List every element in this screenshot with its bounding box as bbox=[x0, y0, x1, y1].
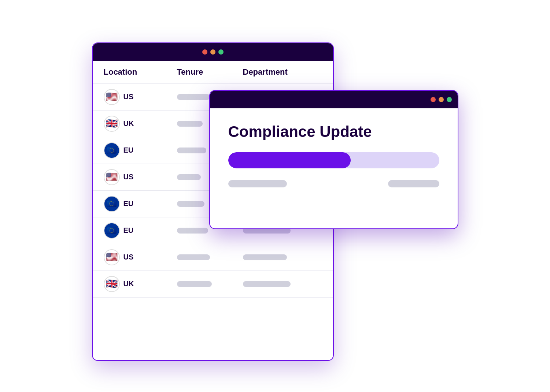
location-label: EU bbox=[123, 226, 134, 235]
location-label: US bbox=[123, 173, 134, 181]
flag-us-icon: 🇺🇸 bbox=[104, 169, 120, 185]
compliance-detail-pill-left bbox=[228, 180, 287, 187]
col-department: Department bbox=[243, 67, 324, 77]
location-cell: 🇺🇸 US bbox=[104, 249, 177, 265]
location-cell: 🇺🇸 US bbox=[104, 169, 177, 185]
front-window-titlebar bbox=[210, 91, 458, 108]
tenure-pill bbox=[177, 201, 204, 207]
compliance-body: Compliance Update bbox=[210, 108, 458, 202]
col-tenure: Tenure bbox=[177, 67, 243, 77]
dept-pill bbox=[243, 281, 291, 287]
location-label: UK bbox=[123, 119, 134, 128]
tenure-pill bbox=[177, 281, 212, 287]
tenure-pill bbox=[177, 228, 208, 234]
table-row: 🇺🇸 US bbox=[93, 244, 333, 271]
location-cell: 🇬🇧 UK bbox=[104, 276, 177, 292]
dot-green bbox=[447, 97, 452, 102]
location-cell: 🇪🇺 EU bbox=[104, 223, 177, 239]
location-cell: 🇬🇧 UK bbox=[104, 116, 177, 132]
compliance-title: Compliance Update bbox=[228, 123, 439, 141]
tenure-pill bbox=[177, 174, 201, 180]
table-header: Location Tenure Department bbox=[93, 61, 333, 84]
location-cell: 🇪🇺 EU bbox=[104, 142, 177, 158]
dot-orange bbox=[439, 97, 444, 102]
dept-pill bbox=[243, 254, 287, 260]
location-label: US bbox=[123, 93, 134, 101]
flag-uk-icon: 🇬🇧 bbox=[104, 116, 120, 132]
flag-us-icon: 🇺🇸 bbox=[104, 89, 120, 105]
col-location: Location bbox=[104, 67, 177, 77]
location-cell: 🇪🇺 EU bbox=[104, 196, 177, 212]
scene: Location Tenure Department 🇺🇸 US 🇬🇧 UK bbox=[92, 31, 458, 361]
location-cell: 🇺🇸 US bbox=[104, 89, 177, 105]
compliance-detail-pill-right bbox=[388, 180, 439, 187]
tenure-pill bbox=[177, 94, 210, 100]
location-label: EU bbox=[123, 199, 134, 208]
dot-red bbox=[202, 49, 207, 55]
dot-orange bbox=[210, 49, 215, 55]
compliance-row bbox=[228, 180, 439, 187]
table-row: 🇬🇧 UK bbox=[93, 271, 333, 298]
flag-eu-icon: 🇪🇺 bbox=[104, 142, 120, 158]
location-label: UK bbox=[123, 280, 134, 288]
tenure-pill bbox=[177, 254, 210, 260]
tenure-pill bbox=[177, 121, 203, 127]
back-window-titlebar bbox=[93, 43, 333, 61]
dot-red bbox=[431, 97, 436, 102]
flag-eu-icon: 🇪🇺 bbox=[104, 223, 120, 239]
location-label: EU bbox=[123, 146, 134, 154]
progress-track bbox=[228, 152, 439, 168]
dot-green bbox=[218, 49, 224, 55]
front-window: Compliance Update bbox=[209, 90, 458, 229]
location-label: US bbox=[123, 253, 134, 261]
progress-fill bbox=[228, 152, 351, 168]
flag-us-icon: 🇺🇸 bbox=[104, 249, 120, 265]
flag-uk-icon: 🇬🇧 bbox=[104, 276, 120, 292]
flag-eu-icon: 🇪🇺 bbox=[104, 196, 120, 212]
tenure-pill bbox=[177, 148, 206, 153]
